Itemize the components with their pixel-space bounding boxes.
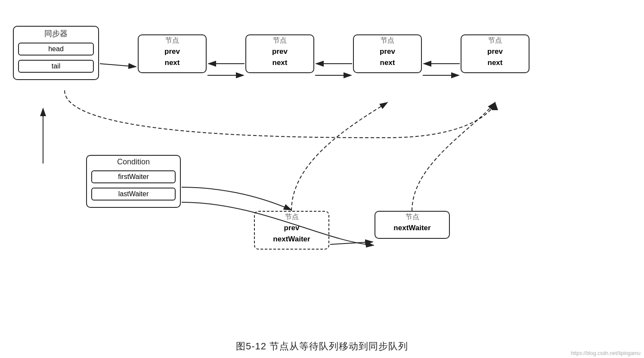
wait2-transfer-arrow [412, 102, 495, 211]
node4-box: 节点 prevnext [461, 34, 529, 73]
first-waiter-arrow [182, 187, 291, 210]
node2-label: 节点 [246, 35, 313, 45]
node4-fields: prevnext [461, 45, 529, 69]
sync-title: 同步器 [14, 27, 98, 40]
wait1-to-wait2-arrow [330, 242, 373, 244]
wait-node1-label: 节点 [255, 212, 328, 222]
diagram-container: 同步器 head tail 节点 prevnext 节点 prevnext 节点… [0, 0, 644, 336]
node3-fields: prevnext [354, 45, 421, 69]
wait1-transfer-arrow [291, 102, 387, 211]
tail-field: tail [18, 60, 94, 73]
caption: 图5-12 节点从等待队列移动到同步队列 [0, 336, 644, 355]
condition-box: Condition firstWaiter lastWaiter [86, 155, 181, 208]
wait-node1-fields: prevnextWaiter [255, 222, 328, 245]
watermark: https://blog.csdn.net/lipingamu [571, 350, 641, 356]
condition-title: Condition [87, 156, 180, 168]
last-waiter-field: lastWaiter [91, 188, 176, 201]
sync-box: 同步器 head tail [13, 26, 99, 80]
node1-box: 节点 prevnext [138, 34, 207, 73]
wait-node2-box: 节点 nextWaiter [375, 211, 450, 239]
node3-label: 节点 [354, 35, 421, 45]
head-to-node1-arrow [100, 64, 136, 67]
node3-box: 节点 prevnext [353, 34, 422, 73]
node1-fields: prevnext [139, 45, 206, 69]
first-waiter-field: firstWaiter [91, 170, 176, 183]
wait-node2-label: 节点 [375, 212, 449, 222]
head-field: head [18, 43, 94, 56]
tail-to-node4-arrow [65, 90, 495, 138]
node2-box: 节点 prevnext [245, 34, 314, 73]
wait-node1-box: 节点 prevnextWaiter [254, 211, 329, 250]
node2-fields: prevnext [246, 45, 313, 69]
wait-node2-fields: nextWaiter [375, 222, 449, 235]
node4-label: 节点 [461, 35, 529, 45]
node1-label: 节点 [139, 35, 206, 45]
